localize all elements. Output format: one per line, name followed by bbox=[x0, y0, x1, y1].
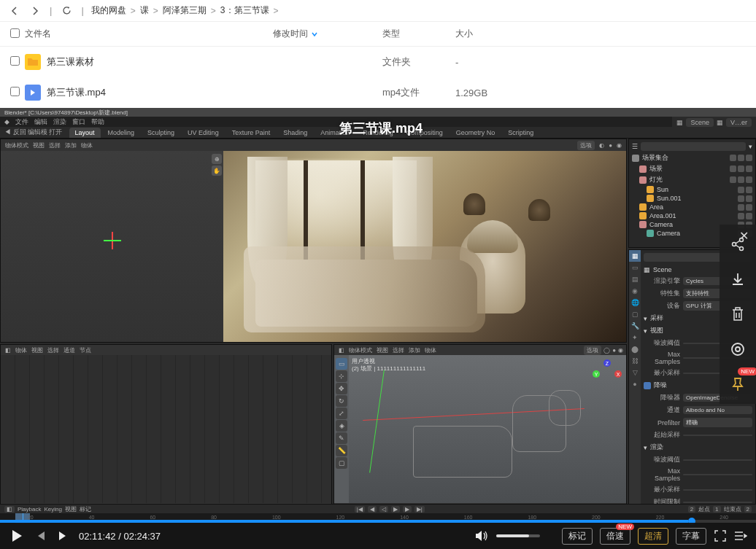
next-key-icon[interactable]: ▶ bbox=[403, 506, 412, 513]
nav-back-button[interactable] bbox=[7, 4, 22, 18]
frame-field[interactable]: 2 bbox=[688, 506, 695, 513]
hand-icon[interactable]: ✋ bbox=[212, 166, 222, 176]
editor-type-icon[interactable]: ☰ bbox=[632, 143, 638, 150]
property-value[interactable] bbox=[683, 435, 752, 436]
physics-tab-icon[interactable]: ⬤ bbox=[629, 343, 641, 355]
options-dropdown[interactable]: 选项 bbox=[577, 141, 595, 150]
move-tool-icon[interactable]: ✥ bbox=[336, 383, 347, 394]
filter-icon[interactable]: ▾ bbox=[749, 143, 752, 150]
open-button[interactable]: 打开 bbox=[49, 128, 62, 137]
property-value[interactable]: 精确 bbox=[683, 418, 752, 427]
nav-forward-button[interactable] bbox=[28, 4, 42, 18]
settings-icon[interactable] bbox=[728, 340, 747, 359]
object-menu[interactable]: 物体 bbox=[81, 141, 93, 149]
start-field[interactable]: 1 bbox=[713, 506, 720, 513]
scale-tool-icon[interactable]: ⤢ bbox=[336, 408, 347, 419]
mode-dropdown[interactable]: 物体 bbox=[15, 346, 27, 354]
measure-tool-icon[interactable]: 📏 bbox=[336, 445, 347, 456]
tab-scripting[interactable]: Scripting bbox=[502, 128, 539, 138]
play-icon[interactable]: ▶ bbox=[391, 506, 400, 513]
editor-type-icon[interactable]: ◧ bbox=[5, 347, 11, 354]
edit-toggle[interactable]: 编辑模 bbox=[28, 128, 47, 137]
material-tab-icon[interactable]: ● bbox=[629, 378, 641, 390]
wireframe-viewport[interactable]: ◧ 物体模式 视图 选择 添加 物体 选项 ◯ ● ◉ ▭ bbox=[333, 344, 627, 514]
rotate-tool-icon[interactable]: ↻ bbox=[336, 395, 347, 407]
outliner-item[interactable]: Area.001 bbox=[632, 211, 752, 220]
select-menu[interactable]: 选择 bbox=[49, 141, 61, 149]
mode-dropdown[interactable]: 物体模式 bbox=[5, 141, 28, 149]
annotate-tool-icon[interactable]: ✎ bbox=[336, 432, 347, 444]
render-tab-icon[interactable]: ▦ bbox=[629, 250, 641, 262]
tab-geonodes[interactable]: Geometry No bbox=[450, 128, 501, 138]
shading-solid-icon[interactable]: ● bbox=[612, 347, 616, 354]
property-value[interactable] bbox=[683, 474, 752, 475]
mark-button[interactable]: 标记 bbox=[562, 528, 593, 545]
outliner-item[interactable]: Sun bbox=[632, 185, 752, 194]
jump-start-icon[interactable]: |◀ bbox=[355, 506, 365, 513]
next-button[interactable] bbox=[55, 528, 72, 544]
shading-icon[interactable]: ● bbox=[609, 142, 612, 149]
outliner-item[interactable]: Sun.001 bbox=[632, 194, 752, 203]
shading-wire-icon[interactable]: ◯ bbox=[603, 347, 610, 354]
add-menu[interactable]: 添加 bbox=[65, 141, 77, 149]
viewlayer-field[interactable]: V…er bbox=[726, 118, 752, 127]
speed-button[interactable]: 倍速NEW bbox=[600, 528, 630, 545]
tab-modeling[interactable]: Modeling bbox=[102, 128, 141, 138]
shading-mat-icon[interactable]: ◉ bbox=[618, 347, 623, 354]
volume-icon[interactable] bbox=[474, 529, 489, 543]
outliner-item[interactable]: 灯光 bbox=[632, 174, 752, 185]
row-checkbox[interactable] bbox=[10, 87, 20, 96]
end-field[interactable]: 2 bbox=[744, 506, 752, 513]
play-button[interactable] bbox=[9, 528, 25, 544]
modifier-tab-icon[interactable]: 🔧 bbox=[629, 320, 641, 332]
property-value[interactable]: Albedo and No bbox=[683, 406, 752, 414]
outliner-item[interactable]: Area bbox=[632, 203, 752, 211]
wireframe-canvas[interactable]: 用户透视 (2) 场景 | 111111111111111 X Y Z bbox=[349, 355, 626, 503]
prev-button[interactable] bbox=[32, 528, 48, 544]
editor-type-icon[interactable]: ◧ bbox=[339, 347, 344, 354]
play-reverse-icon[interactable]: ◁ bbox=[379, 506, 388, 513]
delete-icon[interactable] bbox=[728, 305, 747, 324]
graph-grid[interactable] bbox=[1, 355, 331, 503]
property-value[interactable] bbox=[683, 459, 752, 461]
row-checkbox[interactable] bbox=[10, 56, 20, 66]
breadcrumb-item[interactable]: 课 bbox=[140, 4, 149, 17]
outliner-item[interactable]: 场景集合 bbox=[632, 152, 752, 163]
menu-window[interactable]: 窗口 bbox=[72, 117, 85, 127]
zoom-icon[interactable]: ⊕ bbox=[212, 154, 222, 164]
prev-key-icon[interactable]: ◀ bbox=[368, 506, 377, 513]
output-tab-icon[interactable]: ▭ bbox=[629, 262, 641, 273]
subtitle-button[interactable]: 字幕 bbox=[676, 528, 706, 545]
object-tab-icon[interactable]: ▢ bbox=[629, 308, 641, 320]
section-render[interactable]: ▾ 渲染 bbox=[644, 441, 752, 453]
particle-tab-icon[interactable]: ✦ bbox=[629, 332, 641, 343]
viewlayer-tab-icon[interactable]: ▤ bbox=[629, 273, 641, 285]
data-tab-icon[interactable]: ▽ bbox=[629, 367, 641, 378]
breadcrumb-item[interactable]: 阿泽第三期 bbox=[163, 4, 207, 17]
scene-tab-icon[interactable]: ◉ bbox=[629, 285, 641, 297]
view-menu[interactable]: 视图 bbox=[33, 141, 45, 149]
property-value[interactable] bbox=[683, 489, 752, 491]
tab-uv[interactable]: UV Editing bbox=[182, 128, 225, 138]
pin-icon[interactable]: NEW bbox=[728, 375, 747, 394]
header-type[interactable]: 类型 bbox=[382, 28, 455, 40]
back-button[interactable]: ◀ 反回 bbox=[4, 128, 26, 137]
transform-tool-icon[interactable]: ◈ bbox=[336, 420, 347, 432]
options-dropdown[interactable]: 选项 bbox=[584, 346, 601, 355]
scene-field[interactable]: Scene bbox=[686, 118, 714, 127]
shading-icon[interactable]: ◉ bbox=[617, 142, 622, 149]
file-row[interactable]: 第三课素材 文件夹 - bbox=[0, 47, 756, 77]
header-date[interactable]: 修改时间 bbox=[273, 28, 382, 40]
checkbox-icon[interactable] bbox=[644, 382, 651, 389]
shading-icon[interactable]: ◐ bbox=[599, 142, 604, 149]
add-tool-icon[interactable]: ▢ bbox=[336, 457, 347, 469]
constraint-tab-icon[interactable]: ⛓ bbox=[629, 355, 641, 367]
select-tool-icon[interactable]: ▭ bbox=[336, 358, 347, 370]
quality-button[interactable]: 超清 bbox=[638, 528, 668, 545]
file-row[interactable]: 第三节课.mp4 mp4文件 1.29GB bbox=[0, 77, 756, 108]
mode-dropdown[interactable]: 物体模式 bbox=[349, 346, 372, 354]
world-tab-icon[interactable]: 🌐 bbox=[629, 297, 641, 308]
header-name[interactable]: 文件名 bbox=[25, 28, 273, 40]
jump-end-icon[interactable]: ▶| bbox=[414, 506, 425, 513]
render-preview-viewport[interactable]: 选项 ◐ ● ◉ bbox=[223, 139, 626, 342]
